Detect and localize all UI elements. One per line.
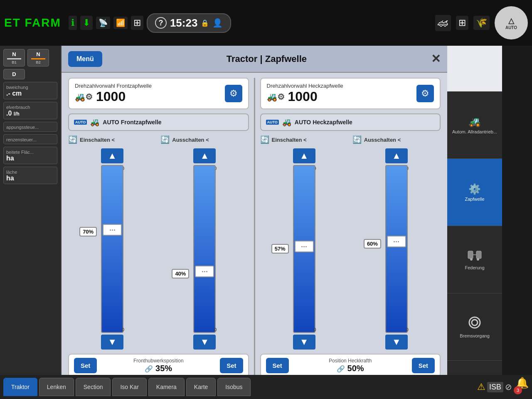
- front-set-row: Set Fronthubwerksposition 🔗 35% Set: [68, 354, 249, 377]
- svg-point-6: [472, 320, 478, 325]
- front-slider1-down[interactable]: ▼: [101, 335, 123, 350]
- allrad-label: Autom. Allradantrieb...: [452, 129, 497, 134]
- rear-rpm-gear-button[interactable]: ⚙: [416, 85, 434, 102]
- tab-isobus[interactable]: Isobus: [217, 378, 250, 396]
- auto-button[interactable]: △ AUTO: [495, 6, 528, 39]
- bottom-bar-right: ⚠ ISB ⊘ 🔔 3: [477, 377, 529, 398]
- tab-isokar[interactable]: Iso Kar: [112, 378, 146, 396]
- rear-auto-badge: AUTO: [266, 120, 279, 125]
- front-auto-label: AUTO Frontzapfwelle: [103, 119, 161, 126]
- tab-kamera[interactable]: Kamera: [148, 378, 185, 396]
- rear-slider1-thumb[interactable]: [295, 241, 314, 252]
- tab-lenken[interactable]: Lenken: [39, 378, 74, 396]
- rear-set-row: Set Position Heckkrafth 🔗 50% Set: [260, 354, 441, 377]
- main-area: Menü Tractor | Zapfwelle ✕ Drehzahlvorwa…: [62, 46, 502, 382]
- two-column-layout: Drehzahlvorwahl Frontzapfwelle 🚜⚙ 1000 ⚙…: [68, 78, 441, 377]
- federung-label: Federung: [465, 265, 484, 270]
- disconnect-icon[interactable]: ⊘: [505, 382, 512, 392]
- rows-icon[interactable]: ⊞: [456, 16, 468, 30]
- svg-point-3: [470, 258, 473, 261]
- clock-time: 15:23: [170, 17, 198, 30]
- tab-section[interactable]: Section: [76, 378, 111, 396]
- front-set-left-button[interactable]: Set: [74, 358, 97, 373]
- rear-slider2: ▲ 100 60% 0 ▼: [352, 148, 441, 350]
- verbrauch-section: elverbrauch .0 l/h: [3, 102, 57, 119]
- speed-icon[interactable]: 🏎: [435, 15, 451, 31]
- lock-icon: 🔒: [201, 19, 209, 27]
- dialog: Menü Tractor | Zapfwelle ✕ Drehzahlvorwa…: [62, 46, 447, 382]
- front-slider2-min: 0: [214, 327, 217, 332]
- flaeche2-section: läche ha: [3, 167, 57, 184]
- front-rpm-label: Drehzahlvorwahl Frontzapfwelle: [75, 83, 152, 89]
- info-icon[interactable]: ℹ: [69, 16, 77, 30]
- rear-slider2-up[interactable]: ▲: [385, 148, 408, 163]
- front-slider2-track[interactable]: [193, 165, 216, 333]
- menu-button[interactable]: Menü: [68, 51, 102, 67]
- top-bar-right: 🏎 ⊞ 🌾 △ AUTO: [435, 6, 528, 39]
- rear-rpm-section: Drehzahlvorwahl Heckzapfwelle 🚜⚙ 1000 ⚙: [260, 78, 441, 109]
- svg-rect-0: [468, 251, 473, 259]
- rear-on-switch[interactable]: 🔄 Einschalten <: [260, 135, 348, 144]
- rear-slider1-down[interactable]: ▼: [293, 335, 315, 350]
- tab-traktor[interactable]: Traktor: [3, 378, 37, 396]
- rear-auto-section: AUTO 🚜 AUTO Heckzapfwelle: [260, 113, 441, 131]
- gps-icon[interactable]: 📡: [96, 17, 110, 29]
- rear-set-left-button[interactable]: Set: [266, 358, 289, 373]
- front-rpm-gear-button[interactable]: ⚙: [225, 85, 242, 102]
- rear-slider1-min: 0: [314, 327, 316, 332]
- rear-slider2-min: 0: [406, 327, 409, 332]
- bremsvorgang-label: Bremsvorgang: [460, 333, 490, 338]
- front-slider1-track[interactable]: [101, 165, 123, 333]
- harvest-icon[interactable]: 🌾: [473, 16, 490, 30]
- tab-karte[interactable]: Karte: [186, 378, 216, 396]
- top-bar: ET FARM ℹ ⬇ 📡 📶 ⊞ ? 15:23 🔒 👤 🏎 ⊞ 🌾 △ AU…: [0, 0, 532, 46]
- rear-set-right-button[interactable]: Set: [412, 358, 435, 373]
- front-slider1-thumb[interactable]: [103, 224, 122, 236]
- rear-slider2-track[interactable]: [385, 165, 408, 333]
- rear-pto-panel: Drehzahlvorwahl Heckzapfwelle 🚜⚙ 1000 ⚙ …: [260, 78, 441, 377]
- front-off-icon: 🔄: [160, 135, 170, 144]
- notification-badge: 3: [514, 386, 522, 394]
- front-slider2-up[interactable]: ▲: [193, 148, 216, 163]
- svg-point-4: [477, 258, 479, 261]
- close-button[interactable]: ✕: [431, 52, 441, 66]
- front-slider2-down[interactable]: ▼: [193, 335, 216, 350]
- clock-display: ? 15:23 🔒 👤: [147, 13, 232, 33]
- rear-slider1-up[interactable]: ▲: [293, 148, 315, 163]
- front-on-switch[interactable]: 🔄 Einschalten <: [68, 135, 156, 144]
- front-position-icon: 🔗: [145, 365, 153, 372]
- warning-icon[interactable]: ⚠: [477, 382, 485, 392]
- rear-slider1-track[interactable]: [293, 165, 315, 333]
- rear-on-icon: 🔄: [260, 135, 269, 144]
- rear-slider2-down[interactable]: ▼: [385, 335, 408, 350]
- rear-position-value: 🔗 50%: [292, 364, 409, 373]
- rear-off-switch[interactable]: 🔄 Ausschalten <: [352, 135, 441, 144]
- front-rpm-icon: 🚜⚙: [75, 92, 93, 102]
- sidebar-item-allrad[interactable]: 🚜 Autom. Allradantrieb...: [447, 91, 502, 159]
- download-icon[interactable]: ⬇: [80, 16, 93, 30]
- wifi-icon[interactable]: 📶: [113, 17, 128, 29]
- rear-slider2-thumb[interactable]: [387, 236, 406, 247]
- front-slider1-up[interactable]: ▲: [101, 148, 123, 163]
- rear-rpm-value: 🚜⚙ 1000: [267, 89, 343, 104]
- help-icon[interactable]: ?: [155, 17, 167, 29]
- front-slider2-thumb[interactable]: [195, 266, 214, 277]
- front-slider1-pct: 70%: [79, 227, 97, 236]
- sidebar-item-zapfwelle[interactable]: ⚙️ Zapfwelle: [447, 159, 502, 226]
- front-slider1: ▲ 100 70% 0 ▼: [68, 148, 156, 350]
- front-off-switch[interactable]: 🔄 Ausschalten <: [160, 135, 249, 144]
- sidebar-item-federung[interactable]: Federung: [447, 226, 502, 293]
- front-set-right-button[interactable]: Set: [220, 358, 243, 373]
- rear-rpm-icon: 🚜⚙: [267, 92, 285, 102]
- b1-indicator: N B1: [3, 49, 25, 66]
- front-sliders-area: ▲ 100 70% 0 ▼: [68, 148, 249, 350]
- grid-icon[interactable]: ⊞: [131, 16, 143, 30]
- zapfwelle-label: Zapfwelle: [465, 197, 484, 202]
- front-position-label: Fronthubwerksposition: [100, 358, 217, 364]
- front-on-icon: 🔄: [68, 135, 77, 144]
- app-logo: ET FARM: [4, 16, 61, 30]
- sidebar-item-bremsvorgang[interactable]: Bremsvorgang: [447, 293, 502, 361]
- svg-point-5: [469, 317, 480, 328]
- user-icon[interactable]: 👤: [212, 18, 223, 28]
- isb-status-icon[interactable]: ISB: [487, 382, 503, 392]
